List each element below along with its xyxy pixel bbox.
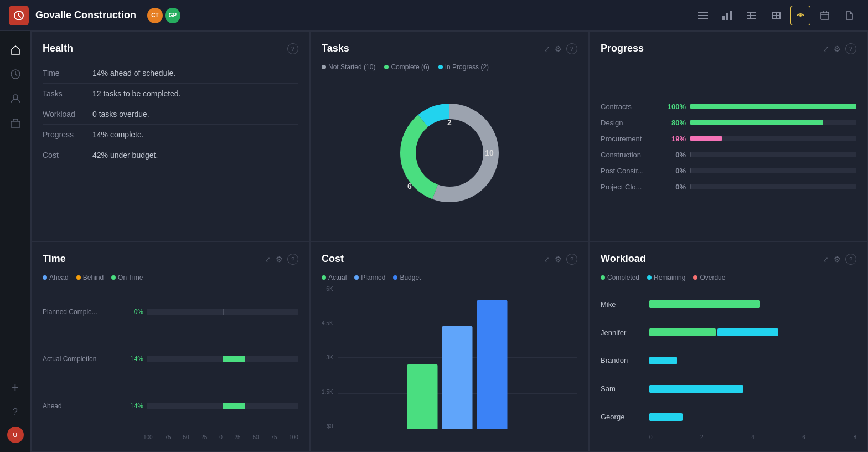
cost-legend-actual: Actual	[322, 274, 347, 281]
sidebar-add-icon[interactable]: +	[6, 378, 25, 398]
progress-controls: ⤢ ⚙ ?	[823, 43, 856, 54]
workload-x-2: 2	[700, 434, 704, 440]
cost-settings-btn[interactable]: ⚙	[555, 255, 562, 264]
sidebar-time-icon[interactable]	[6, 64, 25, 84]
time-axis-50l: 50	[183, 434, 189, 440]
workload-jennifer-name: Jennifer	[601, 328, 645, 337]
time-actual-bar	[223, 356, 245, 362]
progress-design-pct: 80%	[666, 119, 686, 127]
workload-x-axis: 0 2 4 6 8	[601, 434, 856, 440]
progress-projectclose-bar-bg	[690, 184, 856, 189]
progress-settings-btn[interactable]: ⚙	[834, 44, 841, 53]
cost-chart-area: 6K 4.5K 3K 1.5K $0	[322, 286, 577, 440]
progress-help-btn[interactable]: ?	[845, 43, 856, 54]
workload-settings-btn[interactable]: ⚙	[834, 255, 841, 264]
sidebar-help-icon[interactable]: ?	[6, 402, 25, 422]
time-settings-btn[interactable]: ⚙	[276, 255, 283, 264]
workload-mike-completed-bar	[649, 300, 760, 308]
topbar-icons	[693, 6, 859, 25]
health-help-btn[interactable]: ?	[287, 43, 298, 54]
time-axis-25l: 25	[201, 434, 207, 440]
sidebar-people-icon[interactable]	[6, 89, 25, 109]
table-view-icon[interactable]	[766, 6, 786, 25]
main-layout: + ? U Health ? Time 14% ahead of schedul…	[0, 31, 868, 452]
tasks-expand-btn[interactable]: ⤢	[544, 44, 550, 53]
progress-projectclose-label: Project Clo...	[601, 183, 662, 191]
workload-help-btn[interactable]: ?	[845, 254, 856, 265]
time-ahead-bar-bg	[147, 403, 298, 409]
time-expand-btn[interactable]: ⤢	[265, 255, 271, 264]
progress-postconstruction-pct: 0%	[666, 167, 686, 175]
sidebar-home-icon[interactable]	[6, 40, 25, 60]
cost-bar-actual	[407, 364, 438, 429]
sidebar-user-avatar[interactable]: U	[7, 427, 24, 443]
svg-rect-5	[726, 13, 728, 20]
time-panel-header: Time ⤢ ⚙ ?	[43, 253, 298, 265]
time-ahead-bar	[223, 403, 245, 409]
grid-view-icon[interactable]	[742, 6, 762, 25]
sidebar-portfolio-icon[interactable]	[6, 113, 25, 133]
document-view-icon[interactable]	[839, 6, 859, 25]
dashboard-view-icon[interactable]	[790, 6, 810, 25]
svg-rect-1	[698, 12, 708, 13]
tasks-settings-btn[interactable]: ⚙	[555, 44, 562, 53]
progress-procurement-bar-bg	[690, 136, 856, 141]
progress-contracts-row: Contracts 100%	[601, 102, 856, 111]
time-legend-behind: Behind	[76, 274, 104, 281]
time-axis-100r: 100	[289, 434, 298, 440]
progress-title: Progress	[601, 43, 644, 54]
time-controls: ⤢ ⚙ ?	[265, 254, 298, 265]
time-help-btn[interactable]: ?	[287, 254, 298, 265]
cost-expand-btn[interactable]: ⤢	[544, 255, 550, 264]
progress-postconstruction-bar-bg	[690, 168, 856, 173]
health-time-row: Time 14% ahead of schedule.	[43, 63, 298, 84]
workload-brandon-remaining-bar	[649, 357, 677, 364]
time-planned-label: Planned Comple...	[43, 308, 120, 316]
health-panel-header: Health ?	[43, 43, 298, 54]
progress-projectclose-pct: 0%	[666, 183, 686, 191]
time-planned-bar	[223, 309, 224, 315]
tasks-help-btn[interactable]: ?	[566, 43, 577, 54]
workload-jennifer-remaining-bar	[717, 328, 778, 336]
health-workload-value: 0 tasks overdue.	[92, 104, 298, 125]
health-panel: Health ? Time 14% ahead of schedule. Tas…	[31, 31, 310, 242]
health-cost-value: 42% under budget.	[92, 145, 298, 166]
workload-expand-btn[interactable]: ⤢	[823, 255, 829, 264]
svg-rect-7	[747, 12, 756, 13]
chart-view-icon[interactable]	[717, 6, 737, 25]
legend-not-started: Not Started (10)	[322, 63, 375, 71]
svg-rect-3	[698, 18, 708, 19]
topbar: Govalle Construction CT GP	[0, 0, 868, 31]
tasks-donut-chart: 2 6 10	[389, 92, 510, 214]
time-planned-bar-bg	[147, 309, 298, 315]
list-view-icon[interactable]	[693, 6, 713, 25]
time-title: Time	[43, 253, 66, 265]
workload-controls: ⤢ ⚙ ?	[823, 254, 856, 265]
health-cost-row: Cost 42% under budget.	[43, 145, 298, 166]
calendar-view-icon[interactable]	[815, 6, 835, 25]
time-actual-label: Actual Completion	[43, 355, 120, 363]
workload-x-4: 4	[751, 434, 755, 440]
workload-chart: Mike Jennifer Brandon	[601, 290, 856, 431]
health-tasks-label: Tasks	[43, 84, 92, 104]
cost-help-btn[interactable]: ?	[566, 254, 577, 265]
workload-x-0: 0	[649, 434, 653, 440]
svg-rect-8	[747, 15, 756, 16]
svg-rect-15	[776, 12, 777, 19]
health-time-label: Time	[43, 63, 92, 84]
health-workload-row: Workload 0 tasks overdue.	[43, 104, 298, 125]
progress-projectclose-row: Project Clo... 0%	[601, 183, 856, 191]
svg-text:2: 2	[447, 118, 452, 127]
workload-x-8: 8	[853, 434, 856, 440]
workload-sam-bars	[649, 385, 856, 393]
svg-text:10: 10	[485, 148, 494, 157]
progress-panel: Progress ⤢ ⚙ ? Contracts 100%	[589, 31, 868, 242]
progress-postconstruction-row: Post Constr... 0%	[601, 167, 856, 175]
svg-rect-14	[772, 12, 773, 19]
progress-procurement-bar-fill	[690, 136, 722, 141]
workload-brandon-bars	[649, 357, 856, 364]
cost-panel: Cost ⤢ ⚙ ? Actual Planned Budget 6K 4.5K…	[310, 242, 589, 452]
progress-expand-btn[interactable]: ⤢	[823, 44, 829, 53]
workload-sam-row: Sam	[601, 384, 856, 393]
time-axis-75r: 75	[271, 434, 277, 440]
